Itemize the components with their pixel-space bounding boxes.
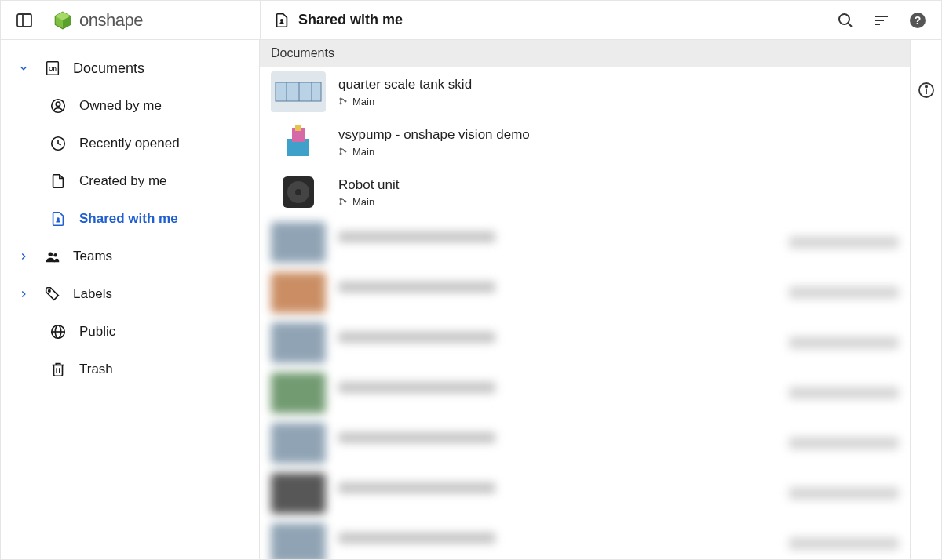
document-list: quarter scale tank skid Main vsypump - o… bbox=[260, 67, 910, 559]
sidebar-group-labels[interactable]: Labels bbox=[1, 275, 259, 313]
svg-point-32 bbox=[340, 103, 341, 104]
document-branch: Main bbox=[338, 96, 776, 107]
shared-file-icon bbox=[48, 210, 68, 227]
chevron-right-icon bbox=[15, 251, 32, 262]
file-icon bbox=[48, 173, 68, 190]
document-row-blurred bbox=[260, 318, 910, 368]
section-header-documents: Documents bbox=[260, 40, 910, 67]
document-row-blurred bbox=[260, 418, 910, 468]
document-branch-label: Main bbox=[352, 146, 374, 158]
search-icon[interactable] bbox=[834, 9, 856, 31]
svg-text:?: ? bbox=[915, 14, 922, 27]
sidebar-group-label: Teams bbox=[73, 249, 112, 264]
sidebar-item-owned-by-me[interactable]: Owned by me bbox=[1, 87, 259, 125]
sidebar-root-label: Documents bbox=[73, 60, 144, 77]
document-branch: Main bbox=[338, 146, 776, 158]
sidebar-item-label: Public bbox=[79, 324, 115, 340]
document-thumbnail bbox=[271, 71, 326, 112]
tag-icon bbox=[43, 285, 62, 303]
svg-point-18 bbox=[57, 217, 60, 220]
document-row-blurred bbox=[260, 267, 910, 318]
svg-point-16 bbox=[56, 102, 60, 107]
info-icon[interactable] bbox=[915, 79, 937, 101]
svg-point-5 bbox=[280, 18, 283, 21]
help-icon[interactable]: ? bbox=[907, 9, 929, 31]
page-title-wrap: Shared with me bbox=[273, 12, 403, 29]
document-row-blurred bbox=[260, 368, 910, 418]
sidebar-group-label: Labels bbox=[73, 286, 112, 302]
document-row[interactable]: vsypump - onshape vision demo Main bbox=[260, 117, 910, 167]
document-thumbnail bbox=[271, 172, 326, 213]
document-row[interactable]: quarter scale tank skid Main bbox=[260, 67, 910, 117]
sidebar-item-label: Trash bbox=[79, 362, 113, 377]
document-meta bbox=[789, 136, 899, 148]
svg-point-31 bbox=[340, 98, 341, 100]
chevron-down-icon bbox=[15, 63, 32, 74]
document-title: quarter scale tank skid bbox=[338, 77, 776, 93]
document-row-blurred bbox=[260, 468, 910, 518]
svg-point-21 bbox=[49, 290, 50, 292]
svg-point-19 bbox=[49, 253, 53, 257]
main: Documents quarter scale tank skid Main bbox=[260, 40, 910, 559]
user-circle-icon bbox=[48, 97, 68, 115]
sidebar-item-label: Recently opened bbox=[79, 136, 180, 151]
topbar: onshape Shared with me ? bbox=[1, 1, 941, 40]
branch-icon bbox=[338, 197, 348, 206]
document-meta bbox=[789, 186, 899, 198]
chevron-right-icon bbox=[15, 289, 32, 300]
sidebar-item-trash[interactable]: Trash bbox=[1, 351, 259, 388]
sort-icon[interactable] bbox=[871, 9, 893, 31]
document-row[interactable]: Robot unit Main bbox=[260, 167, 910, 217]
page-title: Shared with me bbox=[298, 12, 403, 28]
topbar-left: onshape bbox=[1, 1, 260, 39]
sidebar-root-documents[interactable]: On Documents bbox=[1, 49, 259, 87]
topbar-actions: ? bbox=[834, 9, 929, 31]
sidebar-item-label: Shared with me bbox=[79, 211, 178, 227]
svg-rect-27 bbox=[276, 82, 321, 101]
svg-point-44 bbox=[340, 203, 341, 205]
svg-rect-0 bbox=[17, 14, 31, 27]
svg-point-42 bbox=[295, 189, 301, 195]
document-info: vsypump - onshape vision demo Main bbox=[338, 127, 776, 158]
svg-point-37 bbox=[340, 148, 341, 150]
sidebar-item-public[interactable]: Public bbox=[1, 313, 259, 351]
document-info: quarter scale tank skid Main bbox=[338, 77, 776, 107]
branch-icon bbox=[338, 147, 348, 156]
document-row-blurred bbox=[260, 518, 910, 559]
panel-toggle-icon[interactable] bbox=[13, 9, 35, 31]
body: On Documents Owned by me Recently opened… bbox=[1, 40, 941, 559]
sidebar: On Documents Owned by me Recently opened… bbox=[1, 40, 260, 559]
svg-line-7 bbox=[848, 23, 852, 27]
sidebar-group-teams[interactable]: Teams bbox=[1, 238, 259, 275]
users-icon bbox=[43, 248, 62, 265]
branch-icon bbox=[338, 96, 348, 106]
document-title: vsypump - onshape vision demo bbox=[338, 127, 776, 143]
svg-point-38 bbox=[340, 153, 341, 155]
svg-point-20 bbox=[53, 253, 57, 257]
document-branch-label: Main bbox=[352, 196, 374, 208]
svg-point-48 bbox=[925, 85, 926, 87]
svg-text:On: On bbox=[49, 65, 57, 72]
document-meta bbox=[789, 85, 899, 98]
trash-icon bbox=[48, 361, 68, 378]
sidebar-item-recently-opened[interactable]: Recently opened bbox=[1, 125, 259, 162]
shared-file-icon bbox=[273, 12, 290, 29]
sidebar-item-label: Created by me bbox=[79, 173, 167, 189]
document-row-blurred bbox=[260, 217, 910, 267]
globe-icon bbox=[48, 323, 68, 340]
documents-icon: On bbox=[43, 60, 62, 77]
document-title: Robot unit bbox=[338, 177, 776, 193]
document-info: Robot unit Main bbox=[338, 177, 776, 208]
sidebar-item-label: Owned by me bbox=[79, 98, 162, 114]
document-branch: Main bbox=[338, 196, 776, 208]
svg-point-43 bbox=[340, 198, 341, 200]
brand-logo[interactable]: onshape bbox=[53, 10, 143, 31]
svg-point-6 bbox=[839, 14, 849, 24]
onshape-logo-icon bbox=[53, 10, 73, 31]
svg-rect-36 bbox=[295, 125, 301, 131]
sidebar-item-created-by-me[interactable]: Created by me bbox=[1, 162, 259, 200]
document-branch-label: Main bbox=[352, 96, 374, 107]
sidebar-item-shared-with-me[interactable]: Shared with me bbox=[1, 200, 259, 238]
right-rail bbox=[910, 40, 941, 559]
brand-name: onshape bbox=[79, 10, 143, 31]
